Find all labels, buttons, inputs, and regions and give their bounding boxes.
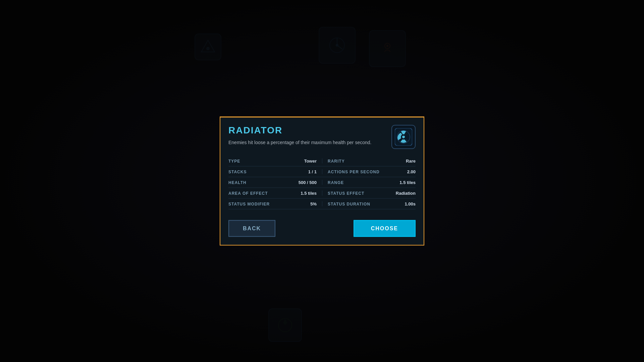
item-detail-modal: RADIATOR Enemies hit loose a percentage … (220, 117, 424, 246)
status-duration-label: STATUS DURATION (328, 201, 370, 206)
stats-row-2: STACKS 1 / 1 ACTIONS PER SECOND 2.00 (228, 167, 416, 177)
stats-right-5: STATUS DURATION 1.00s (322, 201, 416, 206)
status-effect-label: STATUS EFFECT (328, 191, 364, 195)
aoe-label: AREA OF EFFECT (228, 191, 268, 195)
stats-right-2: ACTIONS PER SECOND 2.00 (322, 169, 416, 174)
stats-row-4: AREA OF EFFECT 1.5 tiles STATUS EFFECT R… (228, 188, 416, 199)
stats-right-1: RARITY Rare (322, 159, 416, 164)
rarity-value: Rare (406, 159, 416, 164)
range-value: 1.5 tiles (399, 180, 416, 185)
stats-left-4: AREA OF EFFECT 1.5 tiles (228, 191, 322, 196)
stats-table: TYPE Tower RARITY Rare STACKS 1 / 1 ACTI… (220, 155, 424, 216)
status-modifier-value: 5% (310, 201, 317, 206)
back-button[interactable]: BACK (228, 220, 275, 237)
aoe-value: 1.5 tiles (301, 191, 317, 196)
radiation-icon (395, 128, 412, 146)
modal-title-area: RADIATOR Enemies hit loose a percentage … (228, 125, 386, 146)
health-value: 500 / 500 (299, 180, 317, 185)
type-value: Tower (304, 159, 317, 164)
modal-title: RADIATOR (228, 125, 386, 136)
stats-right-4: STATUS EFFECT Radiation (322, 191, 416, 196)
stats-left-1: TYPE Tower (228, 159, 322, 164)
aps-value: 2.00 (407, 169, 416, 174)
stacks-label: STACKS (228, 169, 247, 174)
stats-left-3: HEALTH 500 / 500 (228, 180, 322, 185)
stats-row-5: STATUS MODIFIER 5% STATUS DURATION 1.00s (228, 199, 416, 209)
rarity-label: RARITY (328, 159, 345, 163)
modal-buttons: BACK CHOOSE (220, 216, 424, 245)
status-modifier-label: STATUS MODIFIER (228, 201, 270, 206)
status-duration-value: 1.00s (405, 201, 416, 206)
type-label: TYPE (228, 159, 240, 163)
stats-row-3: HEALTH 500 / 500 RANGE 1.5 tiles (228, 177, 416, 188)
modal-header: RADIATOR Enemies hit loose a percentage … (220, 118, 424, 155)
modal-description: Enemies hit loose a percentage of their … (228, 139, 383, 146)
stats-left-5: STATUS MODIFIER 5% (228, 201, 322, 206)
choose-button[interactable]: CHOOSE (354, 220, 416, 237)
stats-right-3: RANGE 1.5 tiles (322, 180, 416, 185)
stats-left-2: STACKS 1 / 1 (228, 169, 322, 174)
aps-label: ACTIONS PER SECOND (328, 169, 380, 174)
stacks-value: 1 / 1 (308, 169, 317, 174)
health-label: HEALTH (228, 180, 247, 185)
item-icon (391, 125, 416, 149)
stats-row-1: TYPE Tower RARITY Rare (228, 156, 416, 167)
range-label: RANGE (328, 180, 344, 185)
svg-point-10 (402, 136, 405, 138)
status-effect-value: Radiation (396, 191, 416, 196)
